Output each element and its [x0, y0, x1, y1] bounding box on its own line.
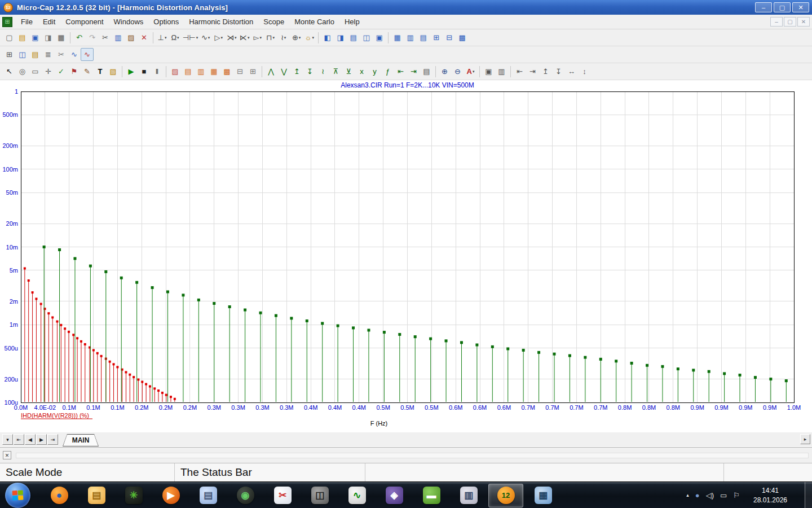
tab-main[interactable]: MAIN: [63, 434, 99, 446]
horizontal-axis-grids-button[interactable]: ⊟: [233, 65, 246, 78]
tag-right-cursor-button[interactable]: ⇥: [407, 65, 420, 78]
maximize-window-button[interactable]: ⊟: [443, 31, 456, 44]
node-component-button[interactable]: ⊕▾: [290, 31, 303, 44]
print-preview-button[interactable]: ◨: [42, 31, 55, 44]
menu-windows[interactable]: Windows: [109, 15, 149, 29]
text-panel-scrollbar[interactable]: [16, 453, 809, 458]
global-low-button[interactable]: ⊻: [342, 65, 355, 78]
winrar-taskbar-button[interactable]: ▥: [451, 484, 486, 507]
taskbar-clock[interactable]: 14:41 28.01.2026: [743, 482, 797, 508]
distortion-plot[interactable]: 0.0M4.0E-020.1M0.1M0.1M0.2M0.2M0.2M0.3M0…: [0, 80, 812, 432]
next-page-button[interactable]: ▶: [36, 434, 47, 445]
cleanup-button[interactable]: ✂: [55, 48, 68, 61]
zoom-in-button[interactable]: ⊕: [438, 65, 451, 78]
distribute-horizontal-button[interactable]: ↔: [565, 65, 578, 78]
text-window-button[interactable]: ▤: [347, 31, 360, 44]
pause-button[interactable]: ‖: [151, 65, 164, 78]
split-vertical-button[interactable]: ◨: [334, 31, 347, 44]
save-button[interactable]: ▣: [29, 31, 42, 44]
start-button[interactable]: [5, 483, 30, 508]
windows-explorer-taskbar-button[interactable]: ▤: [79, 484, 114, 507]
point-tag-button[interactable]: ✓: [55, 65, 68, 78]
split-text-circuit-button[interactable]: ◧: [321, 31, 334, 44]
show-hidden-icons-button[interactable]: ▴: [686, 493, 689, 498]
align-top-button[interactable]: ↥: [539, 65, 552, 78]
sticky-notes-taskbar-button[interactable]: ▤: [191, 484, 226, 507]
first-page-button[interactable]: ⇤: [14, 434, 24, 445]
go-to-x-button[interactable]: x: [355, 65, 368, 78]
inductor-component-button[interactable]: ∿▾: [199, 31, 212, 44]
animate-component-button[interactable]: ☼▾: [303, 31, 316, 44]
photo-viewer-taskbar-button[interactable]: ▦: [526, 484, 561, 507]
diode-component-button[interactable]: ▷▾: [212, 31, 225, 44]
picture-button[interactable]: ▧: [107, 65, 120, 78]
djview-taskbar-button[interactable]: ◈: [377, 484, 412, 507]
align-bottom-button[interactable]: ↧: [552, 65, 565, 78]
pnp-transistor-component-button[interactable]: ⋉▾: [238, 31, 251, 44]
menu-monte-carlo[interactable]: Monte Carlo: [289, 15, 339, 29]
prev-page-button[interactable]: ◀: [25, 434, 36, 445]
analysis-limits-button[interactable]: ∿: [68, 48, 81, 61]
delete-button[interactable]: ✕: [138, 31, 151, 44]
stop-button[interactable]: ■: [138, 65, 151, 78]
peak-button[interactable]: ⋀: [264, 65, 277, 78]
tile-windows-button[interactable]: ◫: [360, 31, 373, 44]
close-button[interactable]: ✕: [792, 2, 809, 12]
data-points-button[interactable]: ▤: [182, 65, 195, 78]
kmplayer-taskbar-button[interactable]: ◉: [228, 484, 263, 507]
menu-harmonic-distortion[interactable]: Harmonic Distortion: [184, 15, 258, 29]
new-circuit-button[interactable]: ▢: [3, 31, 16, 44]
go-to-performance-button[interactable]: ƒ: [381, 65, 394, 78]
pulse-source-component-button[interactable]: ⊓▾: [264, 31, 277, 44]
multimeter-taskbar-button[interactable]: ◫: [302, 484, 337, 507]
flag-mode-button[interactable]: ⚑: [68, 65, 81, 78]
graphics-mode-button[interactable]: ▭: [29, 65, 42, 78]
menu-scope[interactable]: Scope: [258, 15, 289, 29]
tile-horizontal-button[interactable]: ▤: [417, 31, 430, 44]
npn-transistor-component-button[interactable]: ⋊▾: [225, 31, 238, 44]
cascade-windows-button[interactable]: ▦: [391, 31, 404, 44]
menu-edit[interactable]: Edit: [38, 15, 60, 29]
media-player-taskbar-button[interactable]: ▶: [153, 484, 188, 507]
close-text-panel-button[interactable]: ✕: [3, 451, 11, 459]
last-page-button[interactable]: ⇥: [47, 434, 58, 445]
snipping-tool-taskbar-button[interactable]: ✂: [265, 484, 300, 507]
window-toggle-button[interactable]: ◫: [16, 48, 29, 61]
firefox-taskbar-button[interactable]: ●: [42, 484, 77, 507]
overlap-windows-button[interactable]: ⊞: [430, 31, 443, 44]
menu-component[interactable]: Component: [60, 15, 108, 29]
zoom-out-button[interactable]: ⊖: [451, 65, 464, 78]
spider-player-taskbar-button[interactable]: ✳: [116, 484, 151, 507]
mdi-close-button[interactable]: ✕: [797, 17, 810, 27]
vertical-axis-grids-button[interactable]: ⊞: [246, 65, 259, 78]
menu-options[interactable]: Options: [148, 15, 184, 29]
tray-app-icon[interactable]: ●: [695, 492, 700, 499]
inflection-button[interactable]: ≀: [316, 65, 329, 78]
plus-marks-button[interactable]: ▩: [220, 65, 233, 78]
mdi-minimize-button[interactable]: –: [770, 17, 783, 27]
opamp-component-button[interactable]: ▻▾: [251, 31, 264, 44]
sine-source-component-button[interactable]: ≀▾: [277, 31, 290, 44]
slider-button[interactable]: ▨: [169, 65, 182, 78]
mdi-restore-button[interactable]: ▢: [784, 17, 796, 27]
distribute-vertical-button[interactable]: ↕: [578, 65, 591, 78]
resistor-component-button[interactable]: Ω▾: [169, 31, 182, 44]
ground-component-button[interactable]: ⊥▾: [156, 31, 169, 44]
ruler-button[interactable]: ▦: [208, 65, 220, 78]
microcap-taskbar-button[interactable]: 12: [488, 484, 523, 507]
oscilloscope-taskbar-button[interactable]: ∿: [339, 484, 374, 507]
minimize-button[interactable]: –: [755, 2, 772, 12]
select-mode-button[interactable]: ↖: [3, 65, 16, 78]
movie-maker-taskbar-button[interactable]: ▬: [414, 484, 449, 507]
action-center-icon[interactable]: ⚐: [733, 492, 740, 499]
pan-mode-button[interactable]: ◎: [16, 65, 29, 78]
autoscale-button[interactable]: A▾: [464, 65, 477, 78]
low-button[interactable]: ↧: [303, 65, 316, 78]
info-window-button[interactable]: ▣: [373, 31, 386, 44]
tile-vertical-button[interactable]: ▥: [404, 31, 417, 44]
plot-window-button[interactable]: ∿: [81, 48, 94, 61]
cut-button[interactable]: ✂: [99, 31, 112, 44]
tab-scroll-right-button[interactable]: ▸: [800, 434, 810, 444]
page-list-button[interactable]: ▾: [2, 434, 13, 445]
copy-button[interactable]: ▥: [112, 31, 125, 44]
